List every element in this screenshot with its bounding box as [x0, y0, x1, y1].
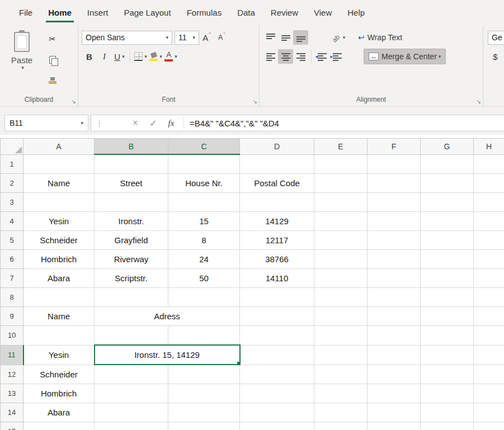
- cell-E12[interactable]: [314, 365, 368, 384]
- cell-G6[interactable]: [421, 250, 474, 269]
- row-header-10[interactable]: 10: [1, 326, 23, 346]
- cell-D13[interactable]: [240, 384, 314, 403]
- row-header-4[interactable]: 4: [1, 212, 23, 231]
- italic-button[interactable]: I: [97, 49, 112, 64]
- cell-F13[interactable]: [368, 384, 421, 403]
- row-header-9[interactable]: 9: [1, 307, 23, 326]
- center-button[interactable]: [278, 49, 293, 64]
- cell-E9[interactable]: [314, 307, 368, 326]
- cell-C15[interactable]: [168, 422, 240, 430]
- cell-D9[interactable]: [240, 307, 314, 326]
- cell-D5[interactable]: 12117: [240, 231, 314, 250]
- cell-D10[interactable]: [240, 326, 314, 346]
- cell-B10[interactable]: [95, 326, 168, 346]
- copy-button[interactable]: [45, 53, 60, 67]
- cell-H3[interactable]: [474, 193, 504, 212]
- cell-B9[interactable]: Adress: [95, 307, 240, 326]
- cell-B8[interactable]: [95, 288, 168, 307]
- cell-G13[interactable]: [421, 384, 474, 403]
- cell-E13[interactable]: [314, 384, 368, 403]
- align-right-button[interactable]: [293, 49, 308, 64]
- increase-indent-button[interactable]: [329, 49, 345, 64]
- cell-E15[interactable]: [314, 422, 368, 430]
- cell-C8[interactable]: [168, 288, 240, 307]
- cell-F7[interactable]: [368, 269, 421, 288]
- cell-G12[interactable]: [421, 365, 474, 384]
- cell-E11[interactable]: [314, 345, 368, 365]
- cell-F1[interactable]: [368, 154, 421, 174]
- cell-F4[interactable]: [368, 212, 421, 231]
- cell-G9[interactable]: [421, 307, 474, 326]
- cell-F14[interactable]: [368, 403, 421, 422]
- cell-D8[interactable]: [240, 288, 314, 307]
- cell-D2[interactable]: Postal Code: [240, 174, 314, 193]
- format-painter-button[interactable]: [45, 73, 60, 88]
- row-header-6[interactable]: 6: [1, 250, 23, 269]
- cell-G7[interactable]: [421, 269, 474, 288]
- orientation-button[interactable]: ab ▾: [331, 30, 346, 45]
- cell-H11[interactable]: [474, 345, 504, 365]
- borders-button[interactable]: ▾: [133, 49, 148, 64]
- col-header-A[interactable]: A: [23, 139, 95, 155]
- cell-B14[interactable]: [95, 403, 168, 422]
- cell-G4[interactable]: [421, 212, 474, 231]
- tab-formulas[interactable]: Formulas: [179, 0, 230, 25]
- cell-C6[interactable]: 24: [168, 250, 240, 269]
- underline-button[interactable]: U ▾: [112, 49, 127, 64]
- col-header-B[interactable]: B: [95, 139, 168, 155]
- middle-align-button[interactable]: [278, 30, 293, 45]
- row-header-1[interactable]: 1: [1, 154, 23, 174]
- paste-button[interactable]: Paste ▾: [4, 30, 39, 94]
- font-color-button[interactable]: A ▾: [163, 49, 178, 64]
- cell-H4[interactable]: [474, 212, 504, 231]
- row-header-12[interactable]: 12: [1, 365, 23, 384]
- cell-E10[interactable]: [314, 326, 368, 346]
- cell-C13[interactable]: [168, 384, 240, 403]
- cell-C10[interactable]: [168, 326, 240, 346]
- cell-A7[interactable]: Abara: [23, 269, 95, 288]
- cell-A2[interactable]: Name: [23, 174, 95, 193]
- cell-B7[interactable]: Scriptstr.: [95, 269, 168, 288]
- cell-E7[interactable]: [314, 269, 368, 288]
- cell-G15[interactable]: [421, 422, 474, 430]
- formula-bar-splitter-icon[interactable]: ⋮: [96, 119, 103, 127]
- cell-B15[interactable]: [95, 422, 168, 430]
- cut-button[interactable]: ✂: [45, 32, 60, 46]
- cell-D7[interactable]: 14110: [240, 269, 314, 288]
- cell-H5[interactable]: [474, 231, 504, 250]
- cell-C3[interactable]: [168, 193, 240, 212]
- tab-help[interactable]: Help: [340, 0, 373, 25]
- cell-H15[interactable]: [474, 422, 504, 430]
- cell-A11[interactable]: Yesin: [23, 345, 95, 365]
- row-header-2[interactable]: 2: [1, 174, 23, 193]
- tab-review[interactable]: Review: [263, 0, 306, 25]
- cell-C7[interactable]: 50: [168, 269, 240, 288]
- tab-insert[interactable]: Insert: [79, 0, 116, 25]
- number-format-select[interactable]: Ge: [488, 31, 504, 45]
- col-header-E[interactable]: E: [314, 139, 368, 155]
- cell-H13[interactable]: [474, 384, 504, 403]
- tab-data[interactable]: Data: [229, 0, 263, 25]
- bold-button[interactable]: B: [82, 49, 97, 64]
- cell-E5[interactable]: [314, 231, 368, 250]
- cell-D3[interactable]: [240, 193, 314, 212]
- cell-H9[interactable]: [474, 307, 504, 326]
- formula-input[interactable]: =B4&" "&C4&","&" "&D4: [190, 119, 279, 128]
- cell-B4[interactable]: Ironstr.: [95, 212, 168, 231]
- cell-G1[interactable]: [421, 154, 474, 174]
- cell-F2[interactable]: [368, 174, 421, 193]
- decrease-font-size-button[interactable]: A ˇ: [214, 30, 229, 45]
- cell-A13[interactable]: Hombrich: [23, 384, 95, 403]
- cell-A5[interactable]: Schneider: [23, 231, 95, 250]
- cell-F9[interactable]: [368, 307, 421, 326]
- tab-home[interactable]: Home: [40, 0, 79, 25]
- select-all-button[interactable]: [1, 139, 23, 155]
- cell-B6[interactable]: Riverway: [95, 250, 168, 269]
- fill-color-button[interactable]: ▾: [148, 49, 163, 64]
- cancel-button[interactable]: ×: [126, 118, 144, 128]
- decrease-indent-button[interactable]: [314, 49, 329, 64]
- cell-E6[interactable]: [314, 250, 368, 269]
- insert-function-button[interactable]: fx: [162, 119, 180, 128]
- cell-E4[interactable]: [314, 212, 368, 231]
- col-header-D[interactable]: D: [240, 139, 314, 155]
